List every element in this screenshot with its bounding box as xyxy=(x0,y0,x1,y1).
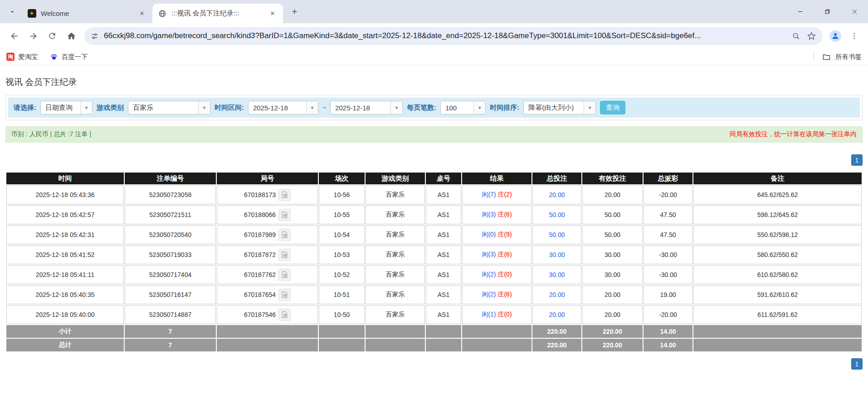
chevron-down-icon[interactable]: ▼ xyxy=(198,101,210,114)
game-type: 百家乐 xyxy=(366,265,425,284)
table-row: 2025-12-18 05:42:57 523050721511 6701880… xyxy=(6,205,862,224)
page-size-select[interactable]: 100 ▼ xyxy=(440,101,486,114)
close-window-button[interactable] xyxy=(841,0,868,23)
video-record-icon[interactable] xyxy=(278,189,291,201)
zoom-level-icon[interactable] xyxy=(788,28,804,44)
col-session: 场次 xyxy=(319,173,365,184)
video-record-icon[interactable] xyxy=(278,309,291,321)
date-separator: ~ xyxy=(322,104,326,111)
note: 598.12/645.62 xyxy=(693,205,862,224)
chevron-down-icon[interactable]: ▼ xyxy=(584,101,595,114)
bet-time: 2025-12-18 05:40:35 xyxy=(6,285,124,304)
chevron-down-icon[interactable]: ▼ xyxy=(80,101,92,114)
new-tab-button[interactable] xyxy=(287,4,302,20)
reload-button[interactable] xyxy=(43,26,62,45)
bookmark-aitaobao[interactable]: 淘 爱淘宝 xyxy=(6,53,38,61)
table-row: 2025-12-18 05:41:11 523050717404 6701877… xyxy=(6,265,862,284)
payout: -30.00 xyxy=(644,265,692,284)
note: 580.62/550.62 xyxy=(693,245,862,264)
forward-button[interactable] xyxy=(24,26,43,45)
search-button[interactable]: 查询 xyxy=(600,101,625,114)
subtotal-row: 小计 7 220.00 220.00 14.00 xyxy=(6,325,862,338)
page-1-button[interactable]: 1 xyxy=(851,358,863,370)
bet-id: 523050721511 xyxy=(125,205,216,224)
round-id: 670187762 xyxy=(217,265,318,284)
chevron-down-icon[interactable]: ▼ xyxy=(306,101,318,114)
page-title: 视讯 会员下注纪录 xyxy=(5,76,863,88)
tab-search-button[interactable] xyxy=(5,4,20,20)
bet-time: 2025-12-18 05:41:52 xyxy=(6,245,124,264)
profile-avatar[interactable] xyxy=(826,27,844,45)
payout: -20.00 xyxy=(644,305,692,324)
sort-select[interactable]: 降幂(由大到小) ▼ xyxy=(523,101,596,114)
bet-id: 523050720540 xyxy=(125,225,216,244)
col-table: 桌号 xyxy=(426,173,461,184)
video-record-icon[interactable] xyxy=(278,289,291,301)
video-record-icon[interactable] xyxy=(278,249,291,261)
table-code: AS1 xyxy=(426,305,461,324)
browser-toolbar: 66cxkj98.com/game/betrecord_search/kind3… xyxy=(0,23,868,49)
home-button[interactable] xyxy=(62,26,81,45)
date-end-input[interactable]: 2025-12-18 ▼ xyxy=(330,101,403,114)
bet-time: 2025-12-18 05:42:57 xyxy=(6,205,124,224)
total-bet: 50.00 xyxy=(532,225,581,244)
address-bar[interactable]: 66cxkj98.com/game/betrecord_search/kind3… xyxy=(84,27,823,45)
bookmark-baidu[interactable]: 百度一下 xyxy=(50,53,88,61)
tab-welcome[interactable]: ✦ Welcome ✕ xyxy=(22,4,152,23)
col-game-type: 游戏类别 xyxy=(366,173,425,184)
window-controls xyxy=(786,0,868,23)
col-valid-bet: 有效投注 xyxy=(582,173,643,184)
sort-label: 时间排序: xyxy=(490,104,519,112)
session: 10-56 xyxy=(319,185,365,204)
game-type-select[interactable]: 百家乐 ▼ xyxy=(128,101,210,114)
col-bet-id: 注单编号 xyxy=(125,173,216,184)
round-id: 670187546 xyxy=(217,305,318,324)
tab-strip: ✦ Welcome ✕ :::视讯 会员下注纪录::: ✕ xyxy=(0,0,868,23)
close-icon[interactable]: ✕ xyxy=(137,9,147,19)
round-id: 670187989 xyxy=(217,225,318,244)
bet-records-table: 时间 注单编号 局号 场次 游戏类别 桌号 结果 总投注 有效投注 总派彩 备注… xyxy=(5,172,863,352)
menu-icon[interactable] xyxy=(844,26,863,45)
url-text[interactable]: 66cxkj98.com/game/betrecord_search/kind3… xyxy=(104,31,783,40)
total-bet: 20.00 xyxy=(532,285,581,304)
note: 645.62/625.62 xyxy=(693,185,862,204)
col-time: 时间 xyxy=(6,173,124,184)
page-1-button[interactable]: 1 xyxy=(851,154,863,166)
valid-bet: 20.00 xyxy=(582,285,643,304)
table-row: 2025-12-18 05:43:36 523050723058 6701881… xyxy=(6,185,862,204)
site-settings-icon[interactable] xyxy=(91,32,98,40)
tab-bet-records[interactable]: :::视讯 会员下注纪录::: ✕ xyxy=(152,4,283,23)
chevron-down-icon[interactable]: ▼ xyxy=(390,101,402,114)
date-start-input[interactable]: 2025-12-18 ▼ xyxy=(248,101,318,114)
close-icon[interactable]: ✕ xyxy=(268,9,278,19)
tab-title: :::视讯 会员下注纪录::: xyxy=(171,9,268,18)
payout: 47.50 xyxy=(644,205,692,224)
table-code: AS1 xyxy=(426,245,461,264)
page-content: 视讯 会员下注纪录 请选择: 日期查询 ▼ 游戏类别 百家乐 ▼ 时间区间: 2… xyxy=(0,65,868,410)
filter-panel: 请选择: 日期查询 ▼ 游戏类别 百家乐 ▼ 时间区间: 2025-12-18 … xyxy=(5,95,863,120)
welcome-favicon: ✦ xyxy=(27,9,36,18)
video-record-icon[interactable] xyxy=(278,269,291,281)
restore-button[interactable] xyxy=(814,0,841,23)
session: 10-52 xyxy=(319,265,365,284)
bookmark-star-icon[interactable] xyxy=(804,28,819,44)
video-record-icon[interactable] xyxy=(278,209,291,221)
game-type: 百家乐 xyxy=(366,245,425,264)
minimize-button[interactable] xyxy=(786,0,814,23)
game-type: 百家乐 xyxy=(366,205,425,224)
valid-bet: 20.00 xyxy=(582,185,643,204)
total-bet: 30.00 xyxy=(532,265,581,284)
video-record-icon[interactable] xyxy=(278,229,291,241)
back-button[interactable] xyxy=(5,26,24,45)
chevron-down-icon[interactable]: ▼ xyxy=(473,101,485,114)
query-type-select[interactable]: 日期查询 ▼ xyxy=(40,101,93,114)
result: 闲(3) 庄(6) xyxy=(462,245,532,264)
payout: 19.00 xyxy=(644,285,692,304)
all-bookmarks[interactable]: 所有书签 xyxy=(814,52,862,62)
pagination-top: 1 xyxy=(5,154,863,166)
total-bet: 20.00 xyxy=(532,305,581,324)
bet-time: 2025-12-18 05:43:36 xyxy=(6,185,124,204)
bet-id: 523050723058 xyxy=(125,185,216,204)
folder-icon xyxy=(822,53,831,61)
divider xyxy=(814,52,814,62)
